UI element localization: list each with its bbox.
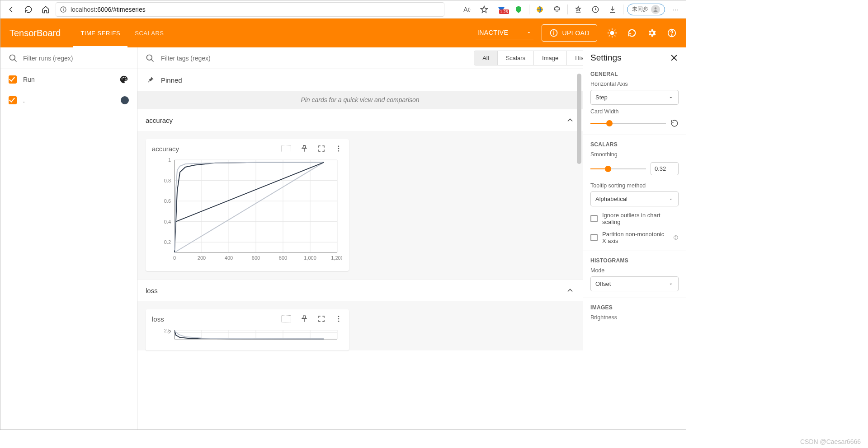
more-menu-icon[interactable]: ··· <box>669 2 682 17</box>
section-pinned-header[interactable]: Pinned <box>137 69 583 91</box>
svg-line-20 <box>151 59 154 61</box>
svg-point-12 <box>671 35 672 35</box>
accuracy-chart[interactable]: 0.20.40.60.8102004006008001,0001,200 <box>152 155 342 264</box>
fullscreen-icon[interactable] <box>317 315 326 323</box>
card-width-slider[interactable] <box>590 123 666 124</box>
plugin-selector[interactable]: INACTIVE <box>476 27 534 39</box>
chip-all[interactable]: All <box>474 51 497 65</box>
app-header: TensorBoard TIME SERIES SCALARS INACTIVE… <box>0 19 686 47</box>
reload-button[interactable] <box>21 2 36 17</box>
svg-point-2 <box>63 8 64 8</box>
svg-point-17 <box>125 77 126 78</box>
fit-domain-icon[interactable] <box>281 315 291 322</box>
tab-scalars[interactable]: SCALARS <box>127 19 171 47</box>
pin-hint: Pin cards for a quick view and compariso… <box>137 91 583 109</box>
back-button[interactable] <box>4 2 19 17</box>
pin-card-icon[interactable] <box>300 145 308 153</box>
svg-text:1: 1 <box>168 157 171 163</box>
run-row-0[interactable]: Run <box>0 69 137 90</box>
settings-section-general: GENERAL <box>590 71 679 77</box>
svg-point-6 <box>655 7 657 9</box>
ext-idm-icon[interactable]: 1.25 <box>495 2 508 17</box>
reload-all-icon[interactable] <box>627 28 637 38</box>
mode-select[interactable]: Offset <box>590 276 679 291</box>
address-bar[interactable]: localhost:6006/#timeseries <box>56 2 444 17</box>
ignore-outliers-label: Ignore outliers in chart scaling <box>602 212 679 225</box>
horiz-axis-label: Horizontal Axis <box>590 81 679 87</box>
partition-x-checkbox[interactable]: Partition non-monotonic X axis <box>590 231 679 244</box>
run-label: Run <box>23 76 113 83</box>
svg-text:200: 200 <box>198 255 206 261</box>
settings-title: Settings <box>590 53 670 63</box>
ext-globe-icon[interactable] <box>533 2 547 17</box>
section-title: loss <box>146 287 559 294</box>
fit-domain-icon[interactable] <box>281 145 291 152</box>
card-title: loss <box>152 315 281 323</box>
card-title: accuracy <box>152 145 281 153</box>
profile-sync-button[interactable]: 未同步 <box>627 4 665 15</box>
palette-icon[interactable] <box>119 75 129 84</box>
runs-sidebar: Run . <box>0 47 137 430</box>
theme-toggle-icon[interactable] <box>607 28 617 38</box>
sync-label: 未同步 <box>632 5 648 13</box>
more-vert-icon[interactable] <box>335 145 343 153</box>
home-button[interactable] <box>38 2 53 17</box>
svg-point-53 <box>338 318 340 320</box>
chip-scalars[interactable]: Scalars <box>497 51 533 65</box>
scrollbar[interactable] <box>577 74 581 164</box>
svg-point-10 <box>610 31 614 35</box>
svg-point-22 <box>338 148 340 149</box>
upload-button[interactable]: UPLOAD <box>542 24 597 42</box>
favorites-list-icon[interactable] <box>571 2 585 17</box>
svg-text:0: 0 <box>173 255 176 261</box>
close-settings-icon[interactable] <box>670 53 679 62</box>
svg-point-9 <box>554 31 554 31</box>
ignore-outliers-checkbox[interactable]: Ignore outliers in chart scaling <box>590 212 679 225</box>
horiz-axis-select[interactable]: Step <box>590 90 679 105</box>
section-loss-header[interactable]: loss <box>137 279 583 301</box>
svg-text:400: 400 <box>225 255 233 261</box>
reset-card-width-icon[interactable] <box>670 119 679 127</box>
history-icon[interactable] <box>589 2 602 17</box>
search-icon <box>9 54 18 63</box>
ext-shield-icon[interactable] <box>512 2 525 17</box>
help-icon[interactable] <box>667 28 677 38</box>
filter-tags-input[interactable] <box>161 55 462 62</box>
url-path: :6006/#timeseries <box>95 6 146 13</box>
chip-image[interactable]: Image <box>533 51 566 65</box>
plugin-selector-label: INACTIVE <box>477 29 509 36</box>
settings-gear-icon[interactable] <box>647 28 657 38</box>
tab-time-series[interactable]: TIME SERIES <box>73 19 127 47</box>
svg-point-15 <box>122 78 123 79</box>
more-vert-icon[interactable] <box>335 315 343 323</box>
extensions-icon[interactable] <box>550 2 564 17</box>
favorite-icon[interactable] <box>477 2 491 17</box>
horiz-axis-value: Step <box>595 94 608 101</box>
smoothing-input[interactable] <box>651 162 679 175</box>
browser-toolbar: localhost:6006/#timeseries A)) 1.25 未同步 … <box>0 0 686 19</box>
run-color-swatch[interactable] <box>121 96 129 104</box>
run-checkbox[interactable] <box>9 75 17 84</box>
tooltip-sort-select[interactable]: Alphabetical <box>590 191 679 206</box>
read-aloud-icon[interactable]: A)) <box>460 2 474 17</box>
brightness-label: Brightness <box>590 314 679 321</box>
run-checkbox[interactable] <box>9 96 17 104</box>
svg-point-23 <box>338 150 340 152</box>
search-icon <box>146 54 155 63</box>
chevron-up-icon[interactable] <box>566 286 575 295</box>
caret-down-icon <box>526 30 532 35</box>
fullscreen-icon[interactable] <box>317 145 326 153</box>
pin-card-icon[interactable] <box>300 315 308 323</box>
help-small-icon[interactable] <box>673 234 679 241</box>
svg-text:0.8: 0.8 <box>164 178 171 183</box>
caret-down-icon <box>668 281 674 287</box>
section-accuracy-header[interactable]: accuracy <box>137 109 583 131</box>
filter-runs-input[interactable] <box>23 55 129 62</box>
section-title: Pinned <box>161 76 575 84</box>
svg-text:1,000: 1,000 <box>304 255 316 261</box>
run-row-1[interactable]: . <box>0 90 137 111</box>
loss-chart[interactable]: 22.5 <box>152 326 342 350</box>
chevron-up-icon[interactable] <box>566 116 575 125</box>
smoothing-slider[interactable] <box>590 168 646 169</box>
downloads-icon[interactable] <box>606 2 619 17</box>
